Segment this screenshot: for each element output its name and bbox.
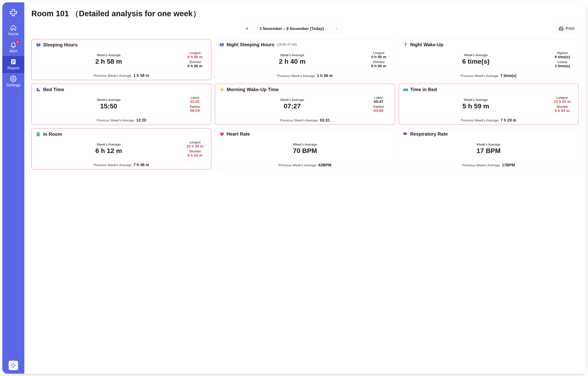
- svg-rect-26: [407, 91, 408, 92]
- shortest-value: 0 h 16 m: [183, 153, 207, 157]
- svg-line-19: [223, 91, 224, 91]
- highest-label: Highest: [550, 51, 575, 55]
- date-range-display[interactable]: 1 November – 8 November (Today): [254, 24, 329, 33]
- week-avg-label: Week's Average: [477, 143, 501, 146]
- svg-text:zzz: zzz: [37, 44, 40, 46]
- svg-rect-2: [12, 62, 15, 62]
- sleep-icon: zzz: [219, 42, 225, 47]
- week-avg-value: 2 h 40 m: [279, 58, 305, 65]
- card-title: Morning Wake-Up Time: [227, 87, 278, 92]
- shortest-label: Shortest: [183, 150, 207, 153]
- heart-icon: [219, 131, 225, 137]
- card-title: Bed Time: [43, 87, 64, 92]
- prev-week-label: Previous Week's Average: [96, 119, 134, 123]
- prev-week-button[interactable]: [242, 24, 252, 33]
- latest-value: 23:41: [183, 100, 207, 104]
- prev-week-label: Previous Week's Average: [461, 119, 499, 123]
- svg-text:zzz: zzz: [221, 44, 223, 46]
- prev-week-value: 12:20: [136, 118, 146, 123]
- shortest-value: 0 h 00 m: [367, 64, 391, 68]
- sidebar-collapse-button[interactable]: [9, 361, 18, 370]
- shortest-label: Shortest: [550, 105, 574, 109]
- prev-week-value: 7 h 48 m: [133, 163, 149, 167]
- lowest-value: 1 time(s): [550, 64, 575, 68]
- earliest-label: Earliest: [183, 105, 207, 109]
- card-title: In Room: [43, 131, 62, 137]
- print-button[interactable]: Print: [555, 24, 578, 33]
- chevron-left-icon: [245, 27, 249, 31]
- prev-week-value: 63BPM: [318, 163, 331, 167]
- next-week-button[interactable]: [331, 24, 341, 33]
- week-avg-label: Week's Average: [280, 53, 304, 57]
- nav-alert[interactable]: 2 Alert: [2, 39, 24, 56]
- week-avg-value: 17 BPM: [476, 147, 501, 155]
- shortest-label: Shortest: [367, 60, 391, 64]
- chevron-right-icon: [334, 27, 338, 31]
- prev-week-label: Previous Week's Average: [462, 163, 500, 167]
- main-content: Room 101 （Detailed analysis for one week…: [24, 2, 586, 374]
- svg-rect-5: [560, 29, 562, 31]
- app-logo-icon: [9, 8, 18, 17]
- shortest-value: 0 h 04 m: [550, 109, 574, 113]
- report-icon: [10, 58, 17, 65]
- week-avg-value: 07:27: [284, 102, 301, 110]
- door-icon: [36, 131, 41, 137]
- nav-home[interactable]: Home: [2, 22, 24, 39]
- earliest-value: 00:29: [183, 109, 207, 113]
- prev-week-label: Previous Week's Average: [94, 74, 132, 78]
- longest-label: Longest: [550, 96, 574, 100]
- shortest-value: 0 h 00 m: [183, 64, 207, 68]
- card-heart-rate[interactable]: Heart Rate Week's Average 70 BPM Previou…: [215, 128, 395, 169]
- nav-settings[interactable]: Settings: [2, 73, 24, 90]
- page-title: Room 101 （Detailed analysis for one week…: [31, 8, 580, 19]
- svg-rect-28: [406, 89, 408, 90]
- nav-report[interactable]: Report: [2, 56, 24, 73]
- svg-line-22: [221, 91, 221, 91]
- alert-badge: 2: [16, 40, 19, 44]
- week-avg-label: Week's Average: [97, 53, 121, 57]
- week-avg-value: 5 h 59 m: [462, 102, 489, 110]
- card-title: Respiratory Rate: [410, 131, 448, 137]
- card-title: Sleeping Hours: [43, 42, 78, 48]
- earliest-label: Earliest: [366, 105, 391, 109]
- week-avg-value: 6 h 12 m: [95, 147, 122, 155]
- sleep-icon: zzz: [36, 42, 41, 48]
- breath-icon: [403, 131, 408, 137]
- svg-point-31: [403, 132, 406, 135]
- longest-value: 10 h 02 m: [550, 100, 574, 104]
- prev-week-value: 1 h 58 m: [133, 73, 149, 78]
- card-subtitle: (19:00–07:00): [277, 43, 297, 46]
- prev-week-value: 7 h 29 m: [501, 118, 516, 123]
- card-time-in-bed[interactable]: Time in Bed Week's Average 5 h 59 m Long…: [399, 84, 578, 125]
- nav-settings-label: Settings: [6, 83, 20, 87]
- latest-label: Latest: [183, 96, 207, 100]
- card-bed-time[interactable]: Bed Time Week's Average 15:50 Latest 23:…: [31, 84, 211, 125]
- card-title: Night Wake-Up: [410, 42, 443, 47]
- svg-point-30: [38, 134, 39, 135]
- week-avg-label: Week's Average: [97, 143, 121, 146]
- card-title: Night Sleeping Hours: [226, 42, 274, 47]
- week-avg-label: Week's Average: [293, 143, 317, 146]
- prev-week-label: Previous Week's Average: [278, 163, 316, 167]
- card-in-room[interactable]: In Room Week's Average 6 h 12 m Longest …: [31, 128, 211, 169]
- prev-week-label: Previous Week's Average: [460, 74, 498, 78]
- wakeup-person-icon: [403, 42, 408, 47]
- card-night-sleeping-hours[interactable]: zzz Night Sleeping Hours (19:00–07:00) W…: [215, 39, 395, 80]
- prev-week-value: 1 h 58 m: [317, 73, 333, 78]
- metrics-grid: zzz Sleeping Hours Week's Average 2 h 58…: [30, 39, 580, 169]
- svg-point-4: [12, 78, 14, 80]
- card-respiratory-rate[interactable]: Respiratory Rate Week's Average 17 BPM P…: [399, 128, 578, 169]
- print-button-label: Print: [566, 26, 575, 31]
- printer-icon: [559, 26, 564, 31]
- card-title: Heart Rate: [226, 131, 250, 137]
- longest-value: 0 h 00 m: [367, 55, 391, 59]
- card-night-wake-up[interactable]: Night Wake-Up Week's Average 6 time(s) H…: [399, 39, 578, 80]
- card-sleeping-hours[interactable]: zzz Sleeping Hours Week's Average 2 h 58…: [31, 39, 211, 80]
- week-avg-label: Week's Average: [97, 98, 121, 102]
- lowest-label: Lowest: [550, 60, 575, 64]
- week-avg-label: Week's Average: [464, 53, 488, 57]
- app-frame: Home 2 Alert Report: [2, 2, 586, 374]
- svg-rect-25: [403, 91, 404, 92]
- nav-alert-label: Alert: [9, 49, 17, 53]
- card-morning-wake-up[interactable]: Morning Wake-Up Time Week's Average 07:2…: [215, 84, 395, 125]
